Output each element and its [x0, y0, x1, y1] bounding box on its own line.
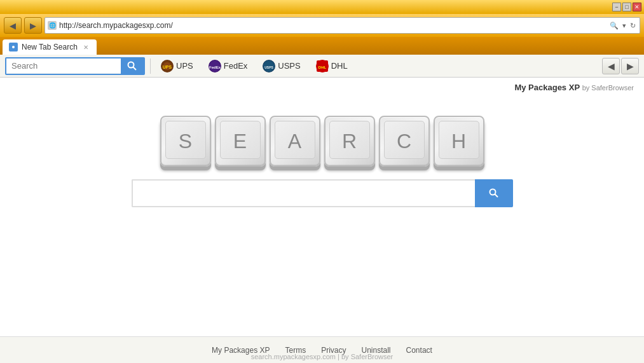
fedex-link[interactable]: FedEx FedEx — [203, 58, 253, 74]
address-search-button[interactable]: 🔍 — [608, 20, 620, 31]
svg-line-3 — [134, 67, 137, 70]
address-icon: 🌐 — [48, 21, 57, 30]
brand-name: My Packages XP — [514, 83, 580, 92]
key-a: A — [270, 116, 320, 167]
search-keys-row: S E A R C H — [160, 116, 484, 167]
title-bar: − □ ✕ — [0, 0, 644, 14]
toolbar-forward-button[interactable]: ▶ — [621, 58, 639, 74]
back-icon: ◀ — [10, 21, 16, 31]
tab-label: New Tab Search — [22, 43, 78, 51]
main-content: My Packages XP by SaferBrowser S E A R C… — [0, 78, 644, 336]
main-search-bar — [132, 179, 513, 207]
forward-button[interactable]: ▶ — [24, 17, 42, 34]
tab-bar: New Tab Search ✕ — [0, 37, 644, 55]
toolbar-back-button[interactable]: ◀ — [602, 58, 620, 74]
svg-text:UPS: UPS — [163, 65, 172, 69]
maximize-button[interactable]: □ — [622, 3, 631, 11]
ups-label: UPS — [176, 61, 193, 71]
minimize-button[interactable]: − — [612, 3, 621, 11]
window-controls: − □ ✕ — [612, 3, 641, 11]
brand-by: by SaferBrowser — [582, 84, 634, 92]
footer: My Packages XP Terms Privacy Uninstall C… — [0, 336, 644, 363]
address-dropdown-button[interactable]: ▾ — [621, 20, 627, 31]
refresh-button[interactable]: ↻ — [629, 20, 637, 31]
footer-status: search.mypackagesxp.com | by SaferBrowse… — [251, 353, 394, 360]
close-button[interactable]: ✕ — [633, 3, 641, 11]
key-h: H — [434, 116, 484, 167]
address-bar: 🌐 🔍 ▾ ↻ — [45, 17, 640, 34]
svg-text:FedEx: FedEx — [209, 65, 221, 69]
ups-logo: UPS — [161, 60, 174, 72]
toolbar-search-button[interactable] — [121, 57, 144, 75]
dhl-link[interactable]: DHL DHL — [311, 58, 353, 74]
tab-favicon — [9, 43, 18, 51]
key-e: E — [215, 116, 266, 167]
usps-label: USPS — [278, 61, 300, 71]
key-s-label: S — [179, 130, 192, 153]
key-c: C — [379, 116, 430, 167]
toolbar-search-field — [5, 57, 145, 75]
brand-header: My Packages XP by SaferBrowser — [514, 83, 634, 92]
toolbar-divider-1 — [150, 58, 151, 74]
usps-link[interactable]: USPS USPS — [257, 58, 305, 74]
key-a-label: A — [288, 130, 301, 153]
svg-text:DHL: DHL — [319, 65, 327, 69]
key-c-label: C — [397, 130, 411, 153]
key-r-label: R — [342, 130, 357, 153]
main-search-input[interactable] — [132, 179, 475, 207]
back-button[interactable]: ◀ — [4, 17, 22, 34]
svg-point-1 — [12, 46, 15, 48]
fedex-label: FedEx — [224, 61, 248, 71]
svg-line-13 — [495, 195, 498, 198]
dhl-label: DHL — [331, 61, 348, 71]
main-search-button[interactable] — [475, 179, 513, 207]
footer-contact-link[interactable]: Contact — [406, 346, 432, 355]
dhl-logo: DHL — [316, 60, 329, 72]
ups-link[interactable]: UPS UPS — [156, 58, 198, 74]
toolbar-search-icon — [127, 61, 137, 71]
active-tab[interactable]: New Tab Search ✕ — [3, 39, 97, 55]
address-input[interactable] — [59, 21, 606, 30]
forward-icon: ▶ — [30, 21, 36, 31]
search-section: S E A R C H — [132, 116, 513, 207]
svg-point-12 — [490, 189, 495, 195]
key-s: S — [160, 116, 211, 167]
key-h-label: H — [451, 130, 466, 153]
usps-logo: USPS — [263, 60, 275, 72]
nav-bar: ◀ ▶ 🌐 🔍 ▾ ↻ — [0, 14, 644, 37]
key-r: R — [324, 116, 375, 167]
tab-close-button[interactable]: ✕ — [81, 43, 90, 51]
browser-toolbar: UPS UPS FedEx FedEx USPS USPS DHL DHL ◀ … — [0, 55, 644, 78]
main-search-icon — [489, 188, 499, 198]
svg-point-2 — [128, 62, 134, 67]
key-e-label: E — [233, 130, 247, 153]
address-actions: 🔍 ▾ ↻ — [608, 20, 637, 31]
fedex-logo: FedEx — [209, 60, 221, 72]
toolbar-nav-buttons: ◀ ▶ — [602, 58, 639, 74]
toolbar-search-input[interactable] — [6, 58, 121, 73]
svg-text:USPS: USPS — [265, 65, 274, 69]
